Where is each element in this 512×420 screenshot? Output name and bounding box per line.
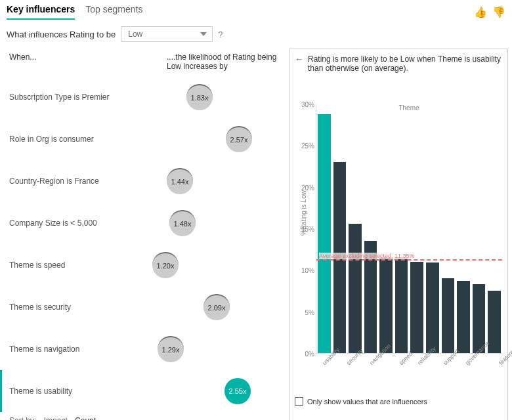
bar[interactable] (426, 262, 439, 353)
influencer-bubble[interactable]: 2.09x (203, 294, 230, 320)
y-tick: 5% (305, 308, 314, 316)
only-influencers-checkbox[interactable] (295, 397, 303, 406)
influencer-bubble[interactable]: 1.44x (167, 168, 193, 194)
influencer-label: Theme is usability (9, 387, 140, 396)
help-icon[interactable]: ? (218, 30, 223, 39)
influencer-row[interactable]: Theme is navigation1.29x (0, 328, 289, 370)
influencer-bubble[interactable]: 1.83x (186, 84, 213, 110)
bar[interactable] (457, 281, 470, 353)
influencer-label: Theme is navigation (9, 345, 140, 354)
y-tick: 25% (301, 142, 314, 150)
y-tick: 0% (305, 350, 314, 358)
y-tick: 10% (301, 267, 314, 274)
influencer-row[interactable]: Theme is security2.09x (0, 286, 289, 328)
sort-count[interactable]: Count (75, 416, 96, 420)
bar[interactable] (379, 258, 393, 353)
chart-description: Rating is more likely to be Low when The… (308, 54, 502, 73)
influencer-row[interactable]: Role in Org is consumer2.57x (0, 118, 289, 160)
influencer-row[interactable]: Company Size is < 5,0001.48x (0, 202, 289, 244)
sort-impact[interactable]: Impact (44, 416, 68, 420)
influencer-label: Theme is security (9, 303, 140, 312)
influencer-label: Country-Region is France (9, 177, 140, 186)
average-reference-line: Average excluding selected: 11.35% (316, 259, 502, 261)
thumbs-up-icon[interactable]: 👍 (474, 6, 487, 18)
influencer-label: Role in Org is consumer (9, 135, 140, 144)
tab-top-segments[interactable]: Top segments (85, 4, 142, 20)
sort-label: Sort by: (9, 416, 36, 420)
only-influencers-label: Only show values that are influencers (307, 398, 427, 406)
col-header-when: When... (9, 52, 167, 71)
average-reference-label: Average excluding selected: 11.35% (319, 253, 414, 259)
bar[interactable] (349, 224, 362, 353)
thumbs-down-icon[interactable]: 👎 (492, 6, 505, 18)
bar[interactable] (442, 278, 455, 353)
rating-dropdown[interactable]: Low (121, 26, 213, 42)
influencer-label: Company Size is < 5,000 (9, 219, 140, 228)
bar[interactable] (318, 114, 331, 353)
y-tick: 30% (301, 101, 314, 108)
back-arrow-icon[interactable]: ← (295, 54, 304, 64)
influencer-bubble[interactable]: 1.29x (158, 336, 184, 362)
influencer-bubble[interactable]: 1.20x (152, 252, 179, 278)
tab-key-influencers[interactable]: Key influencers (7, 4, 75, 20)
influencer-row[interactable]: Theme is speed1.20x (0, 244, 289, 286)
question-prefix: What influences Rating to be (7, 30, 116, 39)
influencer-row[interactable]: Country-Region is France1.44x (0, 160, 289, 202)
col-header-increase: ....the likelihood of Rating being Low i… (167, 52, 278, 71)
influencer-bubble[interactable]: 1.48x (169, 210, 196, 236)
influencer-label: Subscription Type is Premier (9, 93, 140, 102)
y-tick: 15% (301, 226, 314, 233)
bar[interactable] (410, 262, 423, 353)
y-tick: 20% (301, 184, 314, 191)
influencer-bubble[interactable]: 2.55x (224, 378, 251, 404)
influencer-row[interactable]: Theme is usability2.55x (0, 370, 289, 412)
influencer-row[interactable]: Subscription Type is Premier1.83x (0, 76, 289, 118)
bar[interactable] (395, 259, 408, 353)
influencer-label: Theme is speed (9, 261, 140, 270)
influencer-bubble[interactable]: 2.57x (226, 126, 252, 152)
bar-chart[interactable]: Average excluding selected: 11.35% (316, 104, 502, 354)
